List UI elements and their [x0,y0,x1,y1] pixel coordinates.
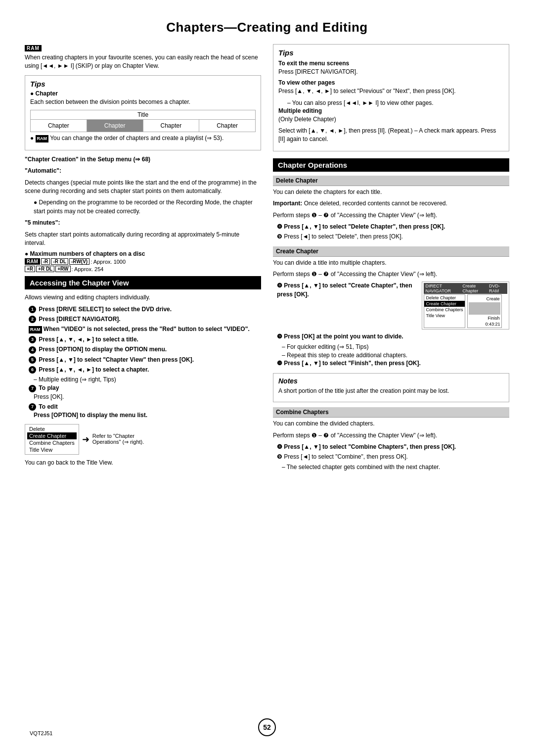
automatic-desc: Detects changes (special mute points lik… [25,179,261,196]
tips-title: Tips [30,80,256,88]
ram-inline-step: RAM [29,326,42,333]
create-chapter-diagram-row: ❽ Press [▲, ▼] to select "Create Chapter… [273,282,509,330]
diagram-title-bar: Title [31,110,255,120]
scr-btn-finish: Finish [469,315,500,321]
depending-note: ● Depending on the programme to be recor… [25,198,261,216]
step-4: 4 Press [OPTION] to display the OPTION m… [25,345,261,354]
step-circle-3: 3 [29,336,36,343]
scr-title-text: DIRECT NAVIGATOR [425,284,460,293]
delete-perform: Perform steps ❶ – ❼ of "Accessing the Ch… [273,211,509,220]
ram-inline-badge: RAM [36,135,49,142]
disc-approx1: : Approx. 1000 [90,259,126,265]
create-dash2: – Repeat this step to create additional … [273,351,509,360]
tips-box: Tips ● Chapter Each section between the … [25,75,261,150]
bullet-chapter-label: ● Chapter [30,90,256,97]
chapter-ops-header: Chapter Operations [273,158,509,172]
create-chapter-section: Create Chapter You can divide a title in… [273,246,509,368]
step-5: 5 Press [▲, ▼] to select "Chapter View" … [25,356,261,364]
step-circle-1: 1 [29,306,36,313]
scr-create-chapter-label: Create Chapter [462,284,487,293]
step-circle-5: 5 [29,356,36,364]
multiple-paren: (Only Delete Chapter) [278,115,504,124]
chapter-diagram: Title Chapter Chapter Chapter Chapter [30,110,256,132]
chapter-cell-1: Chapter [31,120,87,132]
tips-title-right: Tips [278,48,504,57]
delete-important: Important: Once deleted, recorded conten… [273,199,509,208]
step-7a: 7 To play Press [OK]. [25,384,261,401]
disc-approx2: : Approx. 254 [72,266,104,272]
badge-plusrw: +RW [55,266,70,272]
view-heading: To view other pages [278,79,504,86]
create-chapter-header: Create Chapter [273,246,509,257]
back-text: You can go back to the Title View. [25,459,261,467]
create-step8: ❽ Press [▲, ▼] to select "Create Chapter… [273,282,415,299]
exit-text: Press [DIRECT NAVIGATOR]. [278,68,504,76]
scr-content: Delete Chapter Create Chapter Combine Ch… [424,294,507,328]
chapters-row: Chapter Chapter Chapter Chapter [31,120,255,132]
step-circle-6: 6 [29,366,36,374]
exit-heading: To exit the menu screens [278,60,504,67]
badge-ram: RAM [25,258,40,265]
combine-perform: Perform steps ❶ – ❼ of "Accessing the Ch… [273,431,509,440]
doc-code: VQT2J51 [30,730,52,736]
scr-title-view: Title View [424,313,464,319]
scr-title-bar: DIRECT NAVIGATOR Create Chapter DVD-RAM [424,283,507,294]
refer-text: Refer to "ChapterOperations" (⇒ right). [92,433,144,445]
step-6: 6 Press [▲, ▼, ◄, ►] to select a chapter… [25,366,261,374]
create-desc: You can divide a title into multiple cha… [273,259,509,267]
step-circle-4: 4 [29,346,36,354]
menu-item-title-view: Title View [27,446,77,453]
chapter-cell-3: Chapter [143,120,200,132]
combine-step9: ❾ Press [◄] to select "Combine", then pr… [273,453,509,461]
chapter-cell-4: Chapter [199,120,255,132]
create-screenshot: DIRECT NAVIGATOR Create Chapter DVD-RAM … [422,282,509,330]
accessing-section-header: Accessing the Chapter View [25,276,261,289]
menu-item-delete: Delete [27,425,77,432]
arrow-right-icon: ➜ [82,434,89,445]
multiple-heading: Multiple editing [278,107,504,114]
delete-desc: You can delete the chapters for each tit… [273,188,509,196]
step-7b: 7 To edit Press [OPTION] to display the … [25,403,261,420]
delete-chapter-header: Delete Chapter [273,176,509,186]
step-circle-7a: 7 [29,385,36,392]
create-step10: ❿ Press [▲, ▼] to select "Finish", then … [273,359,509,368]
menu-item-create-chapter: Create Chapter [27,432,77,439]
step-ram: RAM When "VIDEO" is not selected, press … [25,325,261,333]
automatic-heading: "Automatic": [25,167,261,175]
scr-combine-chapters: Combine Chapters [424,307,464,313]
chapter-label: Chapter [36,90,58,97]
scr-delete-chapter: Delete Chapter [424,295,464,301]
delete-step9: ❾ Press [◄] to select "Delete", then pre… [273,233,509,241]
badge-rdl: -R DL [51,258,68,265]
right-column: Tips To exit the menu screens Press [DIR… [273,44,509,476]
ram-badge-top: RAM [25,45,42,51]
step-1: 1 Press [DRIVE SELECT] to select the DVD… [25,305,261,314]
multiple-text: Select with [▲, ▼, ◄, ►], then press [II… [278,127,504,144]
ram-note: ● RAM You can change the order of chapte… [30,134,256,142]
scr-dvdram-label: DVD-RAM [489,284,506,293]
step-2: 2 Press [DIRECT NAVIGATOR]. [25,315,261,324]
notes-text: A short portion of the title just after … [278,387,504,395]
view-text: Press [▲, ▼, ◄, ►] to select "Previous" … [278,87,504,95]
scr-menu: Delete Chapter Create Chapter Combine Ch… [424,294,465,328]
scr-create-chapter-item: Create Chapter [424,301,464,307]
disc-max-label: ● Maximum numbers of chapters on a disc [25,250,261,257]
disc-max-box: ● Maximum numbers of chapters on a disc … [25,250,261,272]
create-dash1: – For quicker editing (⇒ 51, Tips) [273,343,509,351]
step-circle-2: 2 [29,316,36,323]
badge-rwv: -RW(V) [69,258,89,265]
setup-heading: "Chapter Creation" in the Setup menu (⇒ … [25,155,261,164]
combine-dash: – The selected chapter gets combined wit… [273,463,509,472]
step-6-dash: – Multiple editing (⇒ right, Tips) [25,376,261,384]
badge-plusr: +R [25,266,35,272]
accessing-desc: Allows viewing and editing chapters indi… [25,293,261,302]
combine-chapters-header: Combine Chapters [273,407,509,418]
delete-chapter-section: Delete Chapter You can delete the chapte… [273,176,509,241]
combine-step8: ❽ Press [▲, ▼] to select "Combine Chapte… [273,443,509,451]
page-title: Chapters—Creating and Editing [25,20,509,35]
scr-preview-time: 0:43:21 [469,322,500,327]
delete-step8: ❽ Press [▲, ▼] to select "Delete Chapter… [273,223,509,231]
notes-title: Notes [278,377,504,385]
step-3: 3 Press [▲, ▼, ◄, ►] to select a title. [25,335,261,344]
scr-preview: Create Finish 0:43:21 [467,294,502,328]
